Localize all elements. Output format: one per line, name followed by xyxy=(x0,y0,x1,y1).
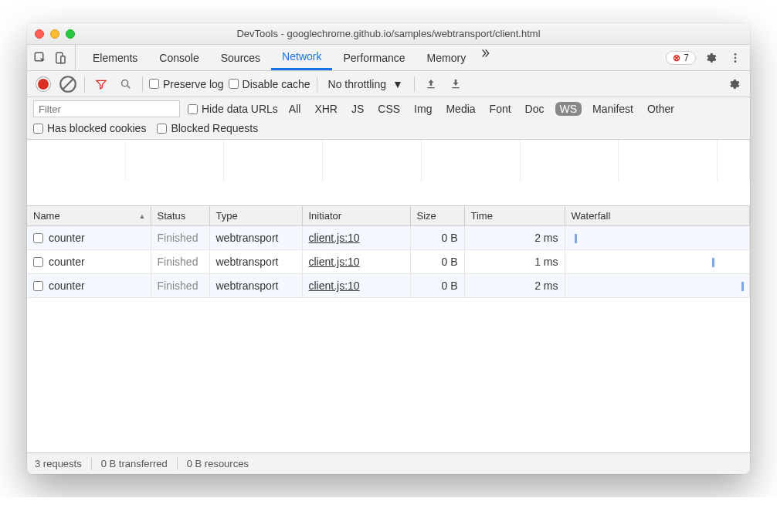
type-filter-css[interactable]: CSS xyxy=(375,102,403,116)
titlebar: DevTools - googlechrome.github.io/sample… xyxy=(27,23,750,45)
timeline-tick: 2000 ms xyxy=(126,140,225,181)
settings-gear-icon[interactable] xyxy=(701,48,721,68)
tab-performance[interactable]: Performance xyxy=(332,45,416,70)
status-requests: 3 requests xyxy=(35,458,82,469)
clear-button[interactable] xyxy=(58,74,78,94)
column-size[interactable]: Size xyxy=(410,206,464,226)
request-initiator[interactable]: client.js:10 xyxy=(302,250,410,274)
disable-cache-checkbox[interactable]: Disable cache xyxy=(229,78,310,90)
svg-point-3 xyxy=(735,53,737,56)
svg-point-4 xyxy=(735,56,737,59)
request-initiator[interactable]: client.js:10 xyxy=(302,274,410,298)
blocked-cookies-checkbox[interactable]: Has blocked cookies xyxy=(33,122,146,134)
request-time: 1 ms xyxy=(464,250,565,274)
maximize-window-button[interactable] xyxy=(66,29,75,39)
column-initiator[interactable]: Initiator xyxy=(302,206,410,226)
type-filter-all[interactable]: All xyxy=(286,102,304,116)
blocked-requests-checkbox[interactable]: Blocked Requests xyxy=(157,122,258,134)
request-type: webtransport xyxy=(209,226,302,250)
tab-sources[interactable]: Sources xyxy=(210,45,271,70)
type-filter-doc[interactable]: Doc xyxy=(522,102,548,116)
column-name[interactable]: Name xyxy=(27,206,151,226)
request-status: Finished xyxy=(151,250,209,274)
inspect-element-icon[interactable] xyxy=(32,49,49,66)
table-row[interactable]: counterFinishedwebtransportclient.js:100… xyxy=(27,274,750,298)
timeline-tick: 1000 ms xyxy=(27,140,126,181)
error-icon: ⊗ xyxy=(673,53,680,63)
type-filter-manifest[interactable]: Manifest xyxy=(589,102,636,116)
status-transferred: 0 B transferred xyxy=(101,458,168,469)
svg-rect-8 xyxy=(427,87,434,88)
type-filter-other[interactable]: Other xyxy=(644,102,677,116)
table-row[interactable]: counterFinishedwebtransportclient.js:100… xyxy=(27,250,750,274)
panel-tabs: ElementsConsoleSourcesNetworkPerformance… xyxy=(82,45,477,70)
kebab-menu-icon[interactable] xyxy=(725,48,745,68)
throttling-select[interactable]: No throttling ▼ xyxy=(324,78,408,90)
resource-type-filters: AllXHRJSCSSImgMediaFontDocWSManifestOthe… xyxy=(286,102,677,116)
waterfall-cell xyxy=(565,226,750,250)
upload-har-icon[interactable] xyxy=(421,74,441,94)
waterfall-cell xyxy=(565,274,750,298)
svg-rect-9 xyxy=(452,87,459,88)
main-tabs-bar: ElementsConsoleSourcesNetworkPerformance… xyxy=(27,45,750,71)
window-controls xyxy=(35,29,75,39)
column-time[interactable]: Time xyxy=(464,206,565,226)
type-filter-img[interactable]: Img xyxy=(411,102,435,116)
tab-console[interactable]: Console xyxy=(148,45,209,70)
timeline-overview[interactable]: 1000 ms2000 ms3000 ms4000 ms5000 ms6000 … xyxy=(27,140,750,206)
type-filter-xhr[interactable]: XHR xyxy=(311,102,341,116)
window-title: DevTools - googlechrome.github.io/sample… xyxy=(27,28,750,39)
error-count: 7 xyxy=(684,53,689,63)
request-time: 2 ms xyxy=(464,274,565,298)
timeline-tick: 6000 ms xyxy=(521,140,619,181)
table-row[interactable]: counterFinishedwebtransportclient.js:100… xyxy=(27,226,750,250)
network-toolbar: Preserve log Disable cache No throttling… xyxy=(27,71,750,97)
close-window-button[interactable] xyxy=(35,29,44,39)
request-name: counter xyxy=(49,232,85,244)
request-type: webtransport xyxy=(209,250,302,274)
svg-point-7 xyxy=(122,80,128,86)
request-name: counter xyxy=(49,280,85,292)
tab-memory[interactable]: Memory xyxy=(416,45,477,70)
download-har-icon[interactable] xyxy=(446,74,466,94)
timeline-tick: 7000 ms xyxy=(619,140,718,181)
request-size: 0 B xyxy=(410,226,464,250)
devtools-window: DevTools - googlechrome.github.io/sample… xyxy=(27,23,750,474)
waterfall-cell xyxy=(565,250,750,274)
request-status: Finished xyxy=(151,274,209,298)
svg-rect-2 xyxy=(61,56,65,63)
filter-funnel-icon[interactable] xyxy=(91,74,111,94)
row-checkbox[interactable] xyxy=(33,281,43,291)
preserve-log-checkbox[interactable]: Preserve log xyxy=(149,78,224,90)
search-icon[interactable] xyxy=(116,74,136,94)
column-waterfall[interactable]: Waterfall xyxy=(565,206,750,226)
minimize-window-button[interactable] xyxy=(50,29,59,39)
dropdown-caret-icon: ▼ xyxy=(392,78,403,90)
type-filter-font[interactable]: Font xyxy=(487,102,514,116)
requests-table: NameStatusTypeInitiatorSizeTimeWaterfall… xyxy=(27,206,750,298)
tab-elements[interactable]: Elements xyxy=(82,45,148,70)
request-type: webtransport xyxy=(209,274,302,298)
timeline-tick: 4000 ms xyxy=(323,140,422,181)
error-count-badge[interactable]: ⊗ 7 xyxy=(666,51,696,65)
filter-input[interactable] xyxy=(33,100,180,117)
tab-network[interactable]: Network xyxy=(271,45,332,70)
hide-data-urls-checkbox[interactable]: Hide data URLs xyxy=(188,103,278,115)
type-filter-ws[interactable]: WS xyxy=(555,102,582,116)
network-settings-gear-icon[interactable] xyxy=(724,74,744,94)
waterfall-bar xyxy=(712,258,714,267)
request-name: counter xyxy=(49,256,85,268)
request-initiator[interactable]: client.js:10 xyxy=(302,226,410,250)
row-checkbox[interactable] xyxy=(33,257,43,267)
type-filter-media[interactable]: Media xyxy=(443,102,478,116)
column-type[interactable]: Type xyxy=(209,206,302,226)
timeline-tick: 3000 ms xyxy=(224,140,323,181)
record-button[interactable] xyxy=(33,74,53,94)
row-checkbox[interactable] xyxy=(33,233,43,243)
table-header-row: NameStatusTypeInitiatorSizeTimeWaterfall xyxy=(27,206,750,226)
column-status[interactable]: Status xyxy=(151,206,209,226)
type-filter-js[interactable]: JS xyxy=(348,102,367,116)
device-toolbar-icon[interactable] xyxy=(52,49,69,66)
more-tabs-chevron-icon[interactable] xyxy=(477,45,494,62)
filter-bar: Hide data URLs AllXHRJSCSSImgMediaFontDo… xyxy=(27,97,750,140)
